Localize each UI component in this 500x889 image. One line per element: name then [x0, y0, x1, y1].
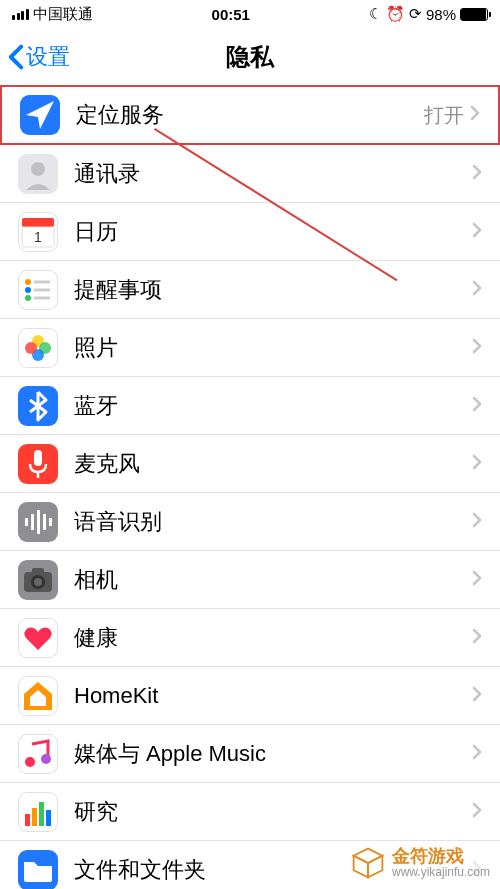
battery-percent: 98%: [426, 6, 456, 23]
row-research[interactable]: 研究: [0, 783, 500, 841]
clock: 00:51: [212, 6, 250, 23]
row-location[interactable]: 定位服务打开: [0, 85, 500, 145]
svg-point-5: [25, 287, 31, 293]
moon-icon: ☾: [369, 5, 382, 23]
svg-point-26: [41, 754, 51, 764]
row-value: 打开: [424, 102, 470, 129]
status-bar: 中国联通 00:51 ☾ ⏰ ⟳ 98%: [0, 0, 500, 28]
row-label: HomeKit: [58, 683, 472, 709]
chevron-right-icon: [472, 280, 482, 300]
watermark-title: 金符游戏: [392, 847, 490, 867]
files-icon: [18, 850, 58, 890]
svg-text:1: 1: [34, 229, 42, 245]
contacts-icon: [18, 154, 58, 194]
row-camera[interactable]: 相机: [0, 551, 500, 609]
chevron-right-icon: [472, 454, 482, 474]
svg-rect-14: [34, 450, 42, 466]
row-photos[interactable]: 照片: [0, 319, 500, 377]
back-label: 设置: [26, 42, 70, 72]
health-icon: [18, 618, 58, 658]
speech-icon: [18, 502, 58, 542]
row-bluetooth[interactable]: 蓝牙: [0, 377, 500, 435]
media-icon: [18, 734, 58, 774]
svg-point-6: [25, 295, 31, 301]
watermark-url: www.yikajinfu.com: [392, 866, 490, 879]
photos-icon: [18, 328, 58, 368]
row-media[interactable]: 媒体与 Apple Music: [0, 725, 500, 783]
svg-marker-33: [354, 856, 368, 878]
chevron-left-icon: [8, 44, 24, 70]
orientation-lock-icon: ⟳: [409, 5, 422, 23]
svg-point-4: [25, 279, 31, 285]
homekit-icon: [18, 676, 58, 716]
row-speech[interactable]: 语音识别: [0, 493, 500, 551]
chevron-right-icon: [470, 105, 480, 125]
row-label: 健康: [58, 623, 472, 653]
row-label: 研究: [58, 797, 472, 827]
nav-header: 设置 隐私: [0, 28, 500, 86]
calendar-icon: 1: [18, 212, 58, 252]
svg-rect-28: [32, 808, 37, 826]
row-reminders[interactable]: 提醒事项: [0, 261, 500, 319]
row-label: 语音识别: [58, 507, 472, 537]
chevron-right-icon: [472, 222, 482, 242]
cube-icon: [350, 845, 386, 881]
battery-icon: [460, 8, 488, 21]
svg-rect-29: [39, 802, 44, 826]
svg-point-0: [31, 162, 45, 176]
chevron-right-icon: [472, 338, 482, 358]
chevron-right-icon: [472, 744, 482, 764]
svg-point-23: [34, 578, 42, 586]
chevron-right-icon: [472, 396, 482, 416]
row-homekit[interactable]: HomeKit: [0, 667, 500, 725]
research-icon: [18, 792, 58, 832]
row-label: 媒体与 Apple Music: [58, 739, 472, 769]
chevron-right-icon: [472, 512, 482, 532]
row-microphone[interactable]: 麦克风: [0, 435, 500, 493]
chevron-right-icon: [472, 164, 482, 184]
location-icon: [20, 95, 60, 135]
row-label: 提醒事项: [58, 275, 472, 305]
svg-rect-18: [37, 510, 40, 534]
watermark: 金符游戏 www.yikajinfu.com: [346, 843, 494, 883]
row-health[interactable]: 健康: [0, 609, 500, 667]
signal-icon: [12, 9, 29, 20]
camera-icon: [18, 560, 58, 600]
svg-rect-24: [32, 568, 44, 574]
svg-rect-1: [22, 218, 54, 227]
svg-point-25: [25, 757, 35, 767]
row-label: 定位服务: [60, 100, 424, 130]
row-label: 日历: [58, 217, 472, 247]
svg-rect-19: [43, 514, 46, 530]
svg-marker-32: [354, 849, 383, 863]
row-contacts[interactable]: 通讯录: [0, 145, 500, 203]
back-button[interactable]: 设置: [8, 42, 70, 72]
row-label: 照片: [58, 333, 472, 363]
row-calendar[interactable]: 1日历: [0, 203, 500, 261]
chevron-right-icon: [472, 802, 482, 822]
row-label: 通讯录: [58, 159, 472, 189]
carrier-label: 中国联通: [33, 5, 93, 24]
row-label: 麦克风: [58, 449, 472, 479]
svg-rect-20: [49, 518, 52, 526]
row-label: 相机: [58, 565, 472, 595]
bluetooth-icon: [18, 386, 58, 426]
chevron-right-icon: [472, 628, 482, 648]
svg-rect-16: [25, 518, 28, 526]
chevron-right-icon: [472, 570, 482, 590]
svg-point-13: [25, 342, 37, 354]
alarm-icon: ⏰: [386, 5, 405, 23]
settings-list: 定位服务打开通讯录1日历提醒事项照片蓝牙麦克风语音识别相机健康HomeKit媒体…: [0, 85, 500, 889]
svg-rect-27: [25, 814, 30, 826]
chevron-right-icon: [472, 686, 482, 706]
microphone-icon: [18, 444, 58, 484]
svg-marker-34: [368, 856, 382, 878]
row-label: 蓝牙: [58, 391, 472, 421]
svg-rect-17: [31, 514, 34, 530]
page-title: 隐私: [226, 41, 274, 73]
reminders-icon: [18, 270, 58, 310]
svg-rect-30: [46, 810, 51, 826]
